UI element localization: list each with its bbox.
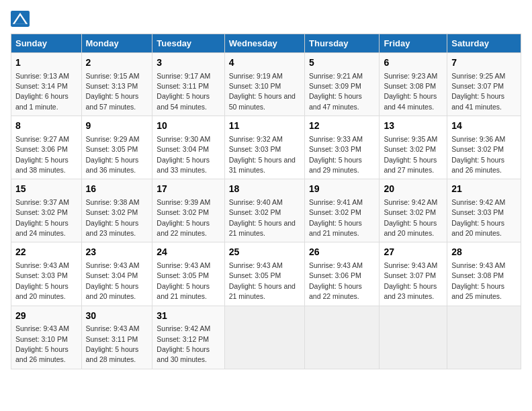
day-sunset: Sunset: 3:02 PM [309,208,361,216]
week-row-2: 8Sunrise: 9:27 AMSunset: 3:06 PMDaylight… [11,116,521,179]
day-daylight: Daylight: 5 hours and 22 minutes. [309,282,362,300]
day-sunset: Sunset: 3:02 PM [157,208,209,216]
header-monday: Monday [81,34,152,53]
day-sunrise: Sunrise: 9:39 AM [157,198,210,206]
day-sunrise: Sunrise: 9:21 AM [309,72,363,80]
day-sunrise: Sunrise: 9:43 AM [384,261,437,269]
day-sunrise: Sunrise: 9:29 AM [86,135,140,143]
day-number: 22 [15,246,77,259]
logo-icon [11,11,30,27]
day-number: 3 [157,56,220,70]
day-daylight: Daylight: 5 hours and 20 minutes. [384,219,437,237]
day-daylight: Daylight: 5 hours and 21 minutes. [157,282,210,300]
header [11,11,521,27]
day-cell: 30Sunrise: 9:43 AMSunset: 3:11 PMDayligh… [81,306,152,369]
day-sunrise: Sunrise: 9:27 AM [15,135,69,143]
day-sunset: Sunset: 3:11 PM [86,335,138,343]
day-sunrise: Sunrise: 9:43 AM [157,261,210,269]
day-sunset: Sunset: 3:02 PM [86,208,138,216]
day-sunrise: Sunrise: 9:42 AM [384,198,437,206]
day-number: 16 [86,183,148,196]
day-daylight: Daylight: 5 hours and 20 minutes. [15,282,69,300]
day-number: 18 [229,183,300,196]
day-cell: 17Sunrise: 9:39 AMSunset: 3:02 PMDayligh… [152,179,224,242]
day-daylight: Daylight: 5 hours and 44 minutes. [384,92,437,110]
day-daylight: Daylight: 5 hours and 28 minutes. [86,345,139,363]
day-sunset: Sunset: 3:08 PM [451,271,504,279]
day-sunrise: Sunrise: 9:32 AM [229,135,283,143]
day-sunset: Sunset: 3:05 PM [229,271,281,279]
day-daylight: Daylight: 5 hours and 22 minutes. [157,219,210,237]
day-sunset: Sunset: 3:11 PM [157,82,209,90]
day-cell: 2Sunrise: 9:15 AMSunset: 3:13 PMDaylight… [81,53,152,116]
day-number: 23 [86,246,148,259]
logo [11,11,32,27]
week-row-3: 15Sunrise: 9:37 AMSunset: 3:02 PMDayligh… [11,179,521,242]
calendar-table: SundayMondayTuesdayWednesdayThursdayFrid… [11,34,521,369]
day-sunset: Sunset: 3:03 PM [15,271,68,279]
day-number: 6 [384,56,443,70]
day-cell: 8Sunrise: 9:27 AMSunset: 3:06 PMDaylight… [11,116,82,179]
day-cell: 22Sunrise: 9:43 AMSunset: 3:03 PMDayligh… [11,242,82,306]
header-saturday: Saturday [447,34,521,53]
header-wednesday: Wednesday [224,34,304,53]
day-sunrise: Sunrise: 9:42 AM [451,198,505,206]
day-number: 1 [15,56,77,70]
calendar-header-row: SundayMondayTuesdayWednesdayThursdayFrid… [11,34,521,53]
day-cell: 16Sunrise: 9:38 AMSunset: 3:02 PMDayligh… [81,179,152,242]
day-number: 31 [157,310,220,323]
day-sunrise: Sunrise: 9:41 AM [309,198,363,206]
day-cell: 18Sunrise: 9:40 AMSunset: 3:02 PMDayligh… [224,179,304,242]
day-sunrise: Sunrise: 9:13 AM [15,72,69,80]
day-daylight: Daylight: 5 hours and 27 minutes. [384,156,437,174]
day-number: 21 [451,183,517,196]
day-number: 30 [86,310,148,323]
day-cell: 9Sunrise: 9:29 AMSunset: 3:05 PMDaylight… [81,116,152,179]
day-number: 14 [451,120,517,133]
day-sunset: Sunset: 3:03 PM [229,145,281,153]
day-cell [447,306,521,369]
day-sunset: Sunset: 3:05 PM [86,145,138,153]
week-row-5: 29Sunrise: 9:43 AMSunset: 3:10 PMDayligh… [11,306,521,369]
day-number: 27 [384,246,443,259]
day-number: 26 [309,246,375,259]
day-sunrise: Sunrise: 9:17 AM [157,72,210,80]
day-daylight: Daylight: 5 hours and 25 minutes. [451,282,504,300]
day-sunrise: Sunrise: 9:36 AM [451,135,505,143]
day-number: 4 [229,56,300,70]
day-daylight: Daylight: 5 hours and 26 minutes. [451,156,504,174]
day-daylight: Daylight: 5 hours and 38 minutes. [15,156,69,174]
day-sunrise: Sunrise: 9:43 AM [86,324,140,332]
header-sunday: Sunday [11,34,82,53]
day-cell: 26Sunrise: 9:43 AMSunset: 3:06 PMDayligh… [305,242,380,306]
day-sunset: Sunset: 3:03 PM [451,208,504,216]
day-sunset: Sunset: 3:12 PM [157,335,209,343]
day-sunrise: Sunrise: 9:37 AM [15,198,69,206]
day-sunset: Sunset: 3:09 PM [309,82,361,90]
day-sunset: Sunset: 3:10 PM [15,335,68,343]
day-number: 17 [157,183,220,196]
header-friday: Friday [380,34,447,53]
day-cell: 23Sunrise: 9:43 AMSunset: 3:04 PMDayligh… [81,242,152,306]
week-row-1: 1Sunrise: 9:13 AMSunset: 3:14 PMDaylight… [11,53,521,116]
day-sunrise: Sunrise: 9:43 AM [15,261,69,269]
day-daylight: Daylight: 5 hours and 57 minutes. [86,92,139,110]
day-number: 8 [15,120,77,133]
day-daylight: Daylight: 5 hours and 41 minutes. [451,92,504,110]
day-cell: 3Sunrise: 9:17 AMSunset: 3:11 PMDaylight… [152,53,224,116]
day-cell: 21Sunrise: 9:42 AMSunset: 3:03 PMDayligh… [447,179,521,242]
day-sunset: Sunset: 3:05 PM [157,271,209,279]
day-number: 28 [451,246,517,259]
day-cell: 31Sunrise: 9:42 AMSunset: 3:12 PMDayligh… [152,306,224,369]
day-sunset: Sunset: 3:07 PM [384,271,436,279]
day-sunrise: Sunrise: 9:40 AM [229,198,283,206]
day-cell: 25Sunrise: 9:43 AMSunset: 3:05 PMDayligh… [224,242,304,306]
day-sunrise: Sunrise: 9:35 AM [384,135,437,143]
day-cell: 13Sunrise: 9:35 AMSunset: 3:02 PMDayligh… [380,116,447,179]
day-number: 11 [229,120,300,133]
day-sunset: Sunset: 3:08 PM [384,82,436,90]
day-daylight: Daylight: 5 hours and 33 minutes. [157,156,210,174]
day-sunrise: Sunrise: 9:38 AM [86,198,140,206]
day-cell: 7Sunrise: 9:25 AMSunset: 3:07 PMDaylight… [447,53,521,116]
day-daylight: Daylight: 5 hours and 30 minutes. [157,345,210,363]
